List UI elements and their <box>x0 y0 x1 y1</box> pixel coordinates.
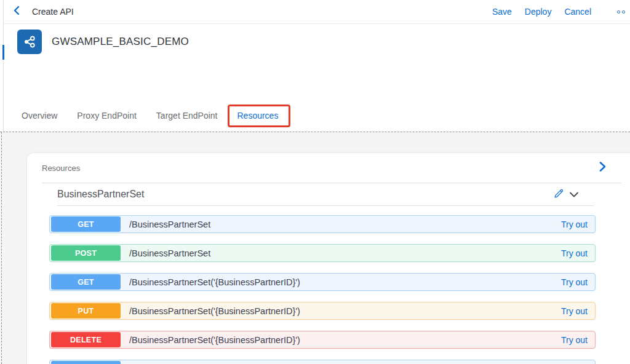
resources-panel-title: Resources <box>42 164 80 173</box>
operation-row[interactable]: GET /BusinessPartnerSet Try out <box>49 215 596 233</box>
operation-path: /BusinessPartnerSet('{BusinessPartnerID}… <box>129 335 300 345</box>
edit-pencil-icon[interactable] <box>553 188 564 202</box>
operation-row[interactable]: GET /BusinessPartnerSet('{BusinessPartne… <box>49 360 596 364</box>
back-chevron-icon <box>12 6 21 18</box>
deploy-button[interactable]: Deploy <box>525 7 552 17</box>
create-api-page: Create API Save Deploy Cancel GWSAMPLE_B… <box>0 0 630 364</box>
back-button[interactable] <box>12 6 21 18</box>
cancel-button[interactable]: Cancel <box>564 7 591 17</box>
try-out-button[interactable]: Try out <box>561 277 588 287</box>
share-network-icon <box>17 30 42 54</box>
left-splitter[interactable] <box>0 0 4 132</box>
topbar-actions: Save Deploy Cancel <box>492 7 630 17</box>
divider <box>57 205 594 206</box>
operation-row[interactable]: PUT /BusinessPartnerSet('{BusinessPartne… <box>49 302 596 320</box>
try-out-button[interactable]: Try out <box>561 335 588 345</box>
chevron-down-icon[interactable] <box>569 190 579 201</box>
overflow-menu-icon[interactable] <box>617 10 625 14</box>
operation-row[interactable]: DELETE /BusinessPartnerSet('{BusinessPar… <box>49 331 596 349</box>
operations-list: GET /BusinessPartnerSet Try out POST /Bu… <box>49 215 596 364</box>
resource-group-name: BusinessPartnerSet <box>57 189 144 200</box>
operation-row[interactable]: POST /BusinessPartnerSet Try out <box>49 244 596 262</box>
tab-proxy-endpoint[interactable]: Proxy EndPoint <box>77 111 137 121</box>
topbar: Create API Save Deploy Cancel <box>4 0 630 24</box>
operation-path: /BusinessPartnerSet('{BusinessPartnerID}… <box>129 277 300 287</box>
method-badge: POST <box>51 245 121 261</box>
operation-path: /BusinessPartnerSet <box>129 220 210 229</box>
operation-path: /BusinessPartnerSet <box>129 248 210 258</box>
tab-bar: Overview Proxy EndPoint Target EndPoint … <box>4 111 630 121</box>
splitter-grip[interactable] <box>2 45 4 60</box>
method-badge: GET <box>51 361 121 364</box>
try-out-button[interactable]: Try out <box>561 248 588 258</box>
annotation-highlight-box: Resources <box>228 105 290 127</box>
tab-overview[interactable]: Overview <box>22 111 57 121</box>
operation-path: /BusinessPartnerSet('{BusinessPartnerID}… <box>129 306 300 316</box>
method-badge: PUT <box>51 303 121 318</box>
save-button[interactable]: Save <box>492 7 512 17</box>
operation-row[interactable]: GET /BusinessPartnerSet('{BusinessPartne… <box>49 273 596 291</box>
chevron-right-icon[interactable] <box>598 161 607 175</box>
resources-card: Resources BusinessPartnerSet GET <box>27 153 630 364</box>
try-out-button[interactable]: Try out <box>561 220 588 229</box>
method-badge: GET <box>51 216 121 232</box>
resources-panel-header: Resources <box>27 153 630 183</box>
api-name: GWSAMPLE_BASIC_DEMO <box>52 36 189 48</box>
resource-group-row: BusinessPartnerSet <box>27 183 630 205</box>
method-badge: GET <box>51 274 121 290</box>
try-out-button[interactable]: Try out <box>561 306 588 316</box>
tab-content-area: Resources BusinessPartnerSet GET <box>0 132 630 364</box>
tab-target-endpoint[interactable]: Target EndPoint <box>156 111 218 121</box>
tab-resources[interactable]: Resources <box>237 111 278 121</box>
method-badge: DELETE <box>51 332 121 347</box>
page-title: Create API <box>32 7 74 17</box>
